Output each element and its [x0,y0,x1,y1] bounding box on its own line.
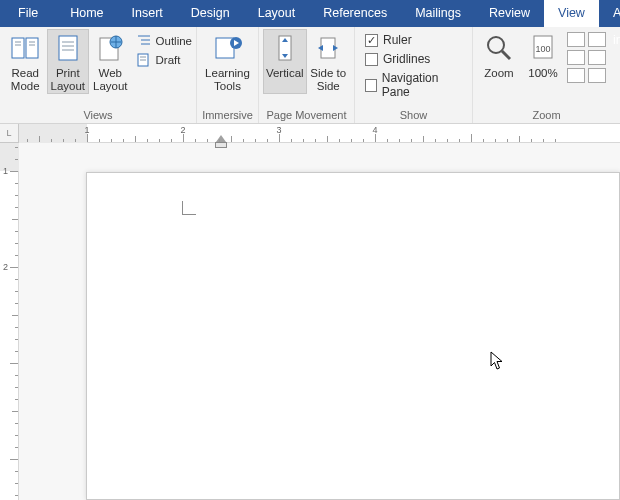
page-100-icon: 100 [527,32,559,64]
tab-insert[interactable]: Insert [118,0,177,27]
split-button[interactable] [588,68,606,83]
one-page-button[interactable] [567,32,585,47]
checkbox-icon [365,53,378,66]
navigation-pane-checkbox[interactable]: Navigation Pane [365,71,460,99]
ruler-checkbox[interactable]: Ruler [365,33,460,47]
print-layout-button[interactable]: Print Layout [47,29,90,94]
tab-home[interactable]: Home [56,0,117,27]
tab-addins[interactable]: Add-in [599,0,620,27]
group-page-movement-label: Page Movement [259,109,354,123]
horizontal-ruler[interactable]: 1234 [19,124,620,143]
checkbox-icon [365,79,377,92]
group-views: Read Mode Print Layout Web Layout Outlin… [0,27,197,123]
draft-icon [136,52,152,68]
navigation-pane-label: Navigation Pane [382,71,460,99]
group-show-label: Show [355,109,472,123]
vertical-arrows-icon [269,32,301,64]
draft-label: Draft [156,54,181,66]
svg-point-22 [488,37,504,53]
gridlines-checkbox[interactable]: Gridlines [365,52,460,66]
menu-tabs: File Home Insert Design Layout Reference… [0,0,620,27]
zoom-label: Zoom [484,67,513,93]
globe-page-icon [94,32,126,64]
page-width-button[interactable] [567,68,585,83]
print-layout-label: Print Layout [49,67,88,93]
ruler-label: Ruler [383,33,412,47]
tab-references[interactable]: References [309,0,401,27]
vertical-button[interactable]: Vertical [263,29,307,94]
group-zoom: Zoom 100 100% Zoom [473,27,620,123]
magnifier-icon [483,32,515,64]
learning-tools-button[interactable]: Learning Tools [201,29,254,94]
tab-view[interactable]: View [544,0,599,27]
horizontal-arrows-icon [312,32,344,64]
hanging-indent-marker[interactable] [215,142,227,148]
read-mode-button[interactable]: Read Mode [4,29,47,94]
group-show: Ruler Gridlines Navigation Pane Show [355,27,473,123]
group-immersive-label: Immersive [197,109,258,123]
vertical-label: Vertical [266,67,304,93]
tab-mailings[interactable]: Mailings [401,0,475,27]
group-views-label: Views [0,109,196,123]
web-layout-label: Web Layout [91,67,130,93]
group-zoom-label: Zoom [473,109,620,123]
svg-rect-6 [59,36,77,60]
outline-button[interactable]: Outline [136,33,192,49]
svg-text:100: 100 [535,44,550,54]
vertical-ruler[interactable]: 12 [0,143,19,500]
svg-line-23 [502,51,510,59]
document-page[interactable] [86,172,620,500]
tab-stop-selector[interactable]: L [0,124,19,143]
outline-icon [136,33,152,49]
side-to-side-label: Side to Side [309,67,349,93]
svg-rect-1 [26,38,38,58]
checkbox-checked-icon [365,34,378,47]
tab-layout[interactable]: Layout [244,0,310,27]
arrange-all-button[interactable] [588,50,606,65]
gridlines-label: Gridlines [383,52,430,66]
tab-design[interactable]: Design [177,0,244,27]
zoom-extra-buttons [565,29,608,83]
tab-file[interactable]: File [0,0,56,27]
side-to-side-button[interactable]: Side to Side [307,29,351,94]
tab-review[interactable]: Review [475,0,544,27]
page-icon [52,32,84,64]
web-layout-button[interactable]: Web Layout [89,29,132,94]
margin-corner-mark [182,201,196,215]
book-open-icon [9,32,41,64]
outline-label: Outline [156,35,192,47]
svg-rect-0 [12,38,24,58]
group-page-movement: Vertical Side to Side Page Movement [259,27,355,123]
ribbon: Read Mode Print Layout Web Layout Outlin… [0,27,620,124]
learning-tools-label: Learning Tools [203,67,252,93]
read-mode-label: Read Mode [6,67,45,93]
draft-button[interactable]: Draft [136,52,192,68]
document-area: L 1234 12 [0,124,620,500]
group-immersive: Learning Tools Immersive [197,27,259,123]
zoom-100-label: 100% [528,67,557,93]
new-window-button[interactable] [588,32,606,47]
zoom-100-button[interactable]: 100 100% [521,29,565,94]
first-line-indent-marker[interactable] [216,135,226,142]
book-audio-icon [212,32,244,64]
zoom-button[interactable]: Zoom [477,29,521,94]
svg-rect-21 [321,38,335,58]
multi-page-button[interactable] [567,50,585,65]
